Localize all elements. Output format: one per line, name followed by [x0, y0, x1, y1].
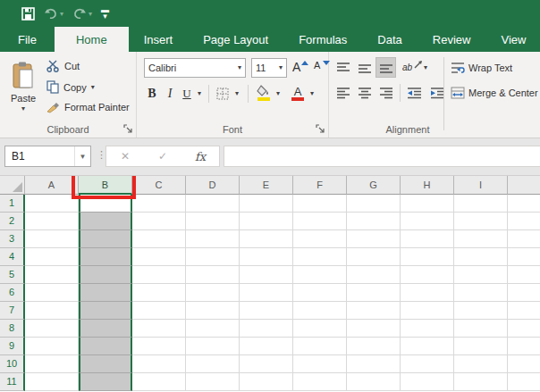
cell-F2[interactable]	[293, 213, 347, 230]
font-dialog-launcher-icon[interactable]	[316, 124, 325, 134]
tab-view[interactable]: View	[485, 27, 540, 52]
cell-G10[interactable]	[347, 355, 401, 373]
cell-I9[interactable]	[454, 338, 508, 355]
tab-home[interactable]: Home	[55, 27, 129, 52]
cell-H5[interactable]	[401, 266, 454, 284]
cell-D11[interactable]	[186, 373, 240, 391]
cell-C9[interactable]	[132, 338, 186, 355]
cell-I6[interactable]	[454, 284, 508, 302]
cell-I7[interactable]	[454, 302, 508, 320]
insert-function-icon[interactable]: fx	[181, 150, 219, 163]
font-name-dropdown-arrow[interactable]: ▾	[238, 65, 241, 71]
cell-H1[interactable]	[401, 195, 454, 213]
cell-F6[interactable]	[293, 284, 347, 302]
column-header-F[interactable]: F	[293, 176, 347, 195]
cell-G2[interactable]	[347, 213, 401, 230]
column-header-B[interactable]: B	[79, 176, 132, 195]
cell-H11[interactable]	[401, 373, 454, 391]
cell-I3[interactable]	[454, 230, 508, 248]
cell-F10[interactable]	[293, 355, 347, 373]
cell-H8[interactable]	[401, 320, 454, 338]
cell-B10[interactable]	[79, 355, 132, 373]
cell-A8[interactable]	[25, 320, 79, 338]
cell-B6[interactable]	[79, 284, 132, 302]
cell-D8[interactable]	[186, 320, 240, 338]
enter-icon[interactable]: ✓	[144, 150, 181, 163]
cell-C5[interactable]	[132, 266, 186, 284]
row-header-8[interactable]: 8	[0, 320, 25, 338]
cell-B11[interactable]	[79, 373, 132, 391]
cell-F7[interactable]	[293, 302, 347, 320]
cell-A6[interactable]	[25, 284, 79, 302]
cell-C7[interactable]	[132, 302, 186, 320]
cancel-icon[interactable]: ✕	[106, 150, 144, 163]
cell-partial9[interactable]	[508, 338, 540, 355]
wrap-text-button[interactable]: Wrap Text	[451, 57, 512, 78]
tab-insert[interactable]: Insert	[129, 27, 189, 52]
cell-H2[interactable]	[401, 213, 454, 230]
fill-color-dropdown-arrow[interactable]: ▾	[273, 83, 283, 104]
font-size-combobox[interactable]: 11 ▾	[251, 58, 287, 78]
cell-G3[interactable]	[347, 230, 401, 248]
cell-H7[interactable]	[401, 302, 454, 320]
borders-dropdown-arrow[interactable]: ▾	[232, 83, 242, 104]
cell-D6[interactable]	[186, 284, 240, 302]
cell-E2[interactable]	[240, 213, 293, 230]
cell-A1[interactable]	[25, 195, 79, 213]
undo-dropdown-arrow[interactable]: ▾	[60, 10, 63, 18]
cell-I1[interactable]	[454, 195, 508, 213]
row-header-2[interactable]: 2	[0, 213, 25, 230]
column-header-D[interactable]: D	[186, 176, 240, 195]
merge-center-button[interactable]: Merge & Center	[451, 82, 538, 103]
cell-C11[interactable]	[132, 373, 186, 391]
cell-G7[interactable]	[347, 302, 401, 320]
cell-E4[interactable]	[240, 248, 293, 266]
cell-G8[interactable]	[347, 320, 401, 338]
cell-B2[interactable]	[79, 213, 132, 230]
underline-dropdown-arrow[interactable]: ▾	[194, 83, 205, 104]
cell-H3[interactable]	[401, 230, 454, 248]
cell-I4[interactable]	[454, 248, 508, 266]
cell-partial2[interactable]	[508, 213, 540, 230]
cell-G9[interactable]	[347, 338, 401, 355]
cell-E1[interactable]	[240, 195, 293, 213]
cell-E9[interactable]	[240, 338, 293, 355]
cell-G5[interactable]	[347, 266, 401, 284]
cell-G4[interactable]	[347, 248, 401, 266]
cell-C6[interactable]	[132, 284, 186, 302]
cell-C1[interactable]	[132, 195, 186, 213]
cell-partial6[interactable]	[508, 284, 540, 302]
cell-A4[interactable]	[25, 248, 79, 266]
cell-A9[interactable]	[25, 338, 79, 355]
decrease-indent-button[interactable]	[404, 82, 425, 103]
middle-align-button[interactable]	[354, 57, 375, 78]
align-left-button[interactable]	[333, 82, 353, 103]
column-header-E[interactable]: E	[240, 176, 293, 195]
column-header-A[interactable]: A	[25, 176, 79, 195]
redo-button[interactable]: ▾	[72, 8, 92, 20]
cell-C8[interactable]	[132, 320, 186, 338]
cell-A7[interactable]	[25, 302, 79, 320]
format-painter-button[interactable]: Format Painter	[46, 101, 130, 113]
tab-review[interactable]: Review	[418, 27, 486, 52]
cell-E7[interactable]	[240, 302, 293, 320]
cell-H9[interactable]	[401, 338, 454, 355]
cell-H10[interactable]	[401, 355, 454, 373]
paste-button[interactable]: Paste ▾	[5, 56, 41, 129]
center-button[interactable]	[354, 82, 375, 103]
bottom-align-button[interactable]	[375, 57, 396, 78]
clipboard-dialog-launcher-icon[interactable]	[123, 124, 133, 134]
cell-B7[interactable]	[79, 302, 132, 320]
column-header-G[interactable]: G	[347, 176, 401, 195]
select-all-corner[interactable]	[0, 176, 25, 195]
font-color-dropdown-arrow[interactable]: ▾	[307, 83, 317, 104]
font-name-combobox[interactable]: Calibri ▾	[144, 58, 246, 78]
fill-color-button[interactable]	[255, 83, 273, 104]
name-box-dropdown-arrow[interactable]: ▼	[74, 146, 90, 166]
italic-button[interactable]: I	[162, 83, 178, 104]
cell-B3[interactable]	[79, 230, 132, 248]
bold-button[interactable]: B	[144, 83, 160, 104]
cell-I2[interactable]	[454, 213, 508, 230]
cell-partial5[interactable]	[508, 266, 540, 284]
cell-B8[interactable]	[79, 320, 132, 338]
